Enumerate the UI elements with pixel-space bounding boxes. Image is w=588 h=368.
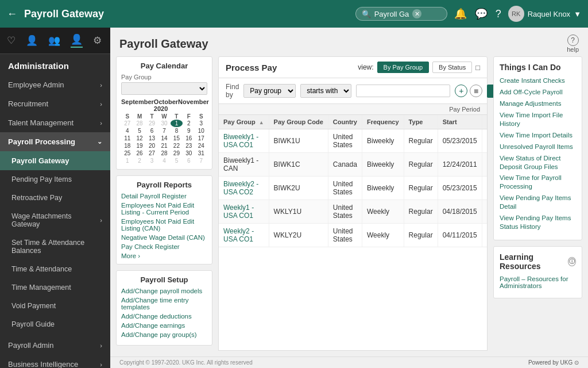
back-button[interactable]: ← <box>7 8 17 20</box>
find-by-label: Find by <box>226 83 239 99</box>
link-view-pending-pay-detail[interactable]: View Pending Pay Items Detail <box>500 194 576 211</box>
cell-country: Canada <box>328 153 362 177</box>
link-create-instant-checks[interactable]: Create Instant Checks <box>500 76 576 85</box>
sidebar-item-time-management[interactable]: Time Management <box>0 278 110 297</box>
days-of-week-row: SMTWTFS <box>121 113 207 120</box>
cell-type: Regular <box>404 129 438 153</box>
cell-pay-group-code: BIWK1U <box>269 129 328 153</box>
prev-month: September <box>121 98 154 112</box>
chat-icon[interactable]: 💬 <box>475 7 488 20</box>
sidebar-item-payroll-gateway[interactable]: Payroll Gateway <box>0 151 110 170</box>
add-filter-button[interactable]: + <box>455 85 467 97</box>
setup-link-earnings[interactable]: Add/Change earnings <box>121 322 207 329</box>
sidebar-item-retroactive-pay[interactable]: Retroactive Pay <box>0 189 110 207</box>
favorites-icon[interactable]: ♡ <box>7 34 16 47</box>
person-add-icon[interactable]: 👤 <box>71 33 83 48</box>
pay-group-link[interactable]: Weekly1 - USA CO1 <box>223 204 254 220</box>
report-link-not-paid-current[interactable]: Employees Not Paid Edit Listing - Curren… <box>121 202 207 216</box>
sidebar-item-recruitment[interactable]: Recruitment › <box>0 94 110 113</box>
remove-filter-button[interactable]: ■ <box>470 85 482 97</box>
report-link-not-paid-can[interactable]: Employees Not Paid Edit Listing (CAN) <box>121 218 207 232</box>
people-icon[interactable]: 👥 <box>48 34 60 47</box>
sidebar-item-talent-management[interactable]: Talent Management › <box>0 113 110 132</box>
cal-week-5: 25262728293031 <box>121 150 207 157</box>
nav-icons: 🔔 💬 ? <box>454 7 501 20</box>
sidebar-item-payroll-admin[interactable]: Payroll Admin › <box>0 336 110 355</box>
col-pay-group[interactable]: Pay Group ▲ <box>219 115 269 129</box>
link-view-pending-pay-status[interactable]: View Pending Pay Items Status History <box>500 214 576 231</box>
col-start[interactable]: Start <box>438 115 482 129</box>
report-links: Detail Payroll Register Employees Not Pa… <box>121 193 207 250</box>
sidebar-label-wage-attachments: Wage Attachments Gateway <box>11 212 100 228</box>
sidebar-item-pending-pay-items[interactable]: Pending Pay Items <box>0 170 110 189</box>
pay-group-link[interactable]: Weekly2 - USA CO1 <box>223 227 254 243</box>
sidebar-label-employee-admin: Employee Admin <box>8 80 64 89</box>
sidebar-label-pending-pay-items: Pending Pay Items <box>11 175 72 183</box>
payroll-setup-panel: Payroll Setup Add/Change payroll models … <box>116 270 212 346</box>
view-label: view: <box>358 63 373 71</box>
sidebar-label-retroactive-pay: Retroactive Pay <box>11 194 62 202</box>
sidebar-item-payroll-guide[interactable]: Payroll Guide <box>0 315 110 334</box>
report-link-negative-wage[interactable]: Negative Wage Detail (CAN) <box>121 234 207 241</box>
col-country[interactable]: Country <box>328 115 362 129</box>
sidebar-item-employee-admin[interactable]: Employee Admin › <box>0 75 110 94</box>
reports-more-link[interactable]: More › <box>121 252 207 259</box>
link-manage-adjustments[interactable]: Manage Adjustments <box>500 99 576 108</box>
link-view-status-direct-deposit[interactable]: View Status of Direct Deposit Group File… <box>500 154 576 171</box>
sidebar-item-void-payment[interactable]: Void Payment <box>0 297 110 315</box>
link-view-time-payroll-processing[interactable]: View Time for Payroll Processing <box>500 174 576 191</box>
sidebar-item-payroll-processing[interactable]: Payroll Processing ⌄ <box>0 132 110 151</box>
cell-pay-group: Weekly1 - USA CO1 <box>219 200 269 224</box>
learning-title: Learning Resources ⓘ <box>500 252 576 271</box>
sidebar-item-business-intelligence[interactable]: Business Intelligence › <box>0 355 110 368</box>
cal-week-6: 1234567 <box>121 157 207 164</box>
setup-link-payroll-models[interactable]: Add/Change payroll models <box>121 288 207 294</box>
search-clear-button[interactable]: ✕ <box>412 9 421 18</box>
pay-group-link[interactable]: Biweekly1 - USA CO1 <box>223 133 258 149</box>
sidebar-section-header: Administration <box>0 54 110 75</box>
pay-group-select[interactable] <box>121 82 207 95</box>
link-view-time-import-details[interactable]: View Time Import Details <box>500 131 576 140</box>
col-pay-group-code[interactable]: Pay Group Code <box>269 115 328 129</box>
link-add-off-cycle[interactable]: Add Off-Cycle Payroll <box>500 88 576 97</box>
things-i-can-do-panel: Things I Can Do Create Instant Checks Ad… <box>493 56 582 240</box>
search-bar[interactable]: 🔍 Payroll Ga ✕ <box>355 7 447 21</box>
payroll-reports-panel: Payroll Reports Detail Payroll Register … <box>116 175 212 264</box>
report-link-paycheck[interactable]: Pay Check Register <box>121 243 207 250</box>
person-icon[interactable]: 👤 <box>26 34 38 47</box>
sidebar-item-set-time-attendance[interactable]: Set Time & Attendance Balances <box>0 233 110 260</box>
process-pay-table: Pay Group ▲ Pay Group Code Country Frequ… <box>219 115 488 247</box>
link-view-time-import-history[interactable]: View Time Import File History <box>500 111 576 128</box>
notification-bell-icon[interactable]: 🔔 <box>454 7 467 20</box>
setup-link-deductions[interactable]: Add/Change deductions <box>121 313 207 320</box>
toggle-by-status-button[interactable]: By Status <box>432 62 472 73</box>
cell-pay-group-code: BIWK2U <box>269 177 328 200</box>
condition-select[interactable]: starts with equals contains <box>300 84 351 98</box>
setup-link-time-entry[interactable]: Add/Change time entry templates <box>121 297 207 310</box>
more-label: More <box>121 252 136 259</box>
user-menu[interactable]: RK Raquel Knox ▼ <box>508 6 581 22</box>
help-label: help <box>567 46 579 53</box>
help-icon[interactable]: ? <box>496 8 501 20</box>
cell-frequency: Weekly <box>362 224 404 247</box>
help-button[interactable]: ? help <box>567 34 579 53</box>
sidebar-item-time-attendance[interactable]: Time & Attendance <box>0 260 110 278</box>
setup-link-pay-groups[interactable]: Add/Change pay group(s) <box>121 331 207 338</box>
link-unresolved-payroll[interactable]: Unresolved Payroll Items <box>500 143 576 151</box>
col-end[interactable]: End <box>482 115 488 129</box>
sidebar-label-recruitment: Recruitment <box>8 99 48 108</box>
search-input[interactable] <box>356 85 450 97</box>
expand-icon[interactable]: □ <box>475 63 480 72</box>
process-pay-table-container: Pay Group ▲ Pay Group Code Country Frequ… <box>218 115 488 351</box>
pay-group-link[interactable]: Biweekly2 - USA CO2 <box>223 180 258 196</box>
sidebar-item-wage-attachments[interactable]: Wage Attachments Gateway › <box>0 207 110 233</box>
toggle-by-pay-group-button[interactable]: By Pay Group <box>377 62 429 73</box>
col-frequency[interactable]: Frequency <box>362 115 404 129</box>
find-by-select[interactable]: Pay group Status Country Frequency <box>243 84 296 98</box>
report-link-detail-payroll[interactable]: Detail Payroll Register <box>121 193 207 200</box>
main-body: Pay Calendar Pay Group September October… <box>110 56 588 356</box>
link-payroll-resources[interactable]: Payroll – Resources for Administrators <box>500 275 576 289</box>
col-type[interactable]: Type <box>404 115 438 129</box>
settings-gear-icon[interactable]: ⚙ <box>93 34 102 47</box>
info-icon[interactable]: ⓘ <box>568 257 576 266</box>
